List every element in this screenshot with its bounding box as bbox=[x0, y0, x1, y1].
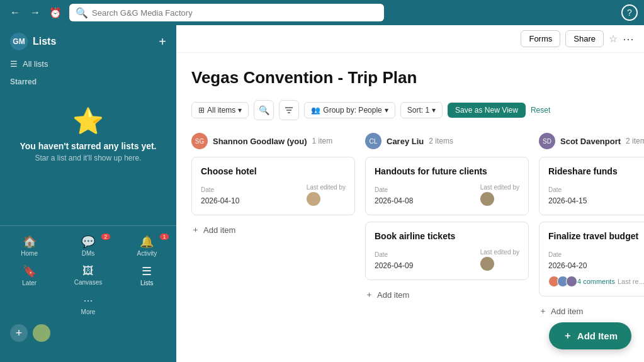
edited-avatar bbox=[480, 257, 494, 271]
sidebar-nav: 🏠 Home 💬 DMs 2 🔔 Activity 1 🔖 Later bbox=[0, 225, 176, 352]
sidebar-item-lists[interactable]: ☰ Lists bbox=[118, 261, 176, 290]
all-items-button[interactable]: ⊞ All items ▾ bbox=[191, 102, 249, 118]
sidebar-item-all-lists[interactable]: ☰ All lists bbox=[0, 55, 176, 72]
favorite-button[interactable]: ☆ bbox=[609, 33, 618, 45]
lists-icon: ☰ bbox=[142, 264, 152, 278]
card-edited-field: Last edited by bbox=[307, 184, 346, 206]
more-options-button[interactable]: ⋯ bbox=[623, 32, 634, 46]
canvases-icon: 🖼 bbox=[82, 264, 94, 278]
card-meta: Date 2026-04-10 Last edited by bbox=[201, 184, 346, 206]
people-group-icon: 👥 bbox=[311, 106, 320, 115]
sidebar-item-canvases[interactable]: 🖼 Canvases bbox=[59, 261, 117, 290]
sort-button[interactable]: Sort: 1 ▾ bbox=[400, 102, 443, 118]
save-view-button[interactable]: Save as New View bbox=[448, 103, 526, 118]
card-edited-field: Last edited by bbox=[480, 184, 519, 206]
column-name-carey: Carey Liu bbox=[387, 137, 424, 146]
add-workspace-button[interactable]: + bbox=[10, 324, 28, 342]
starred-empty-desc: Star a list and it'll show up here. bbox=[35, 154, 141, 162]
card-date-field: Date 2026-04-10 bbox=[201, 186, 239, 206]
column-header-shannon: SG Shannon Goodlaw (you) 1 item bbox=[191, 133, 355, 149]
search-bar[interactable]: 🔍 bbox=[69, 4, 384, 21]
nav-row-3: ··· More bbox=[0, 290, 176, 319]
back-button[interactable]: ← bbox=[6, 4, 24, 21]
comment-avatars bbox=[548, 276, 575, 287]
home-label: Home bbox=[21, 250, 38, 257]
column-count-shannon: 1 item bbox=[312, 137, 333, 145]
bottom-actions: + bbox=[0, 319, 176, 347]
sidebar-add-button[interactable]: + bbox=[159, 35, 166, 49]
sidebar: GM Lists + ☰ All lists Starred ⭐ You hav… bbox=[0, 25, 176, 362]
search-icon: 🔍 bbox=[76, 7, 88, 19]
add-item-shannon[interactable]: ＋ Add item bbox=[191, 222, 355, 238]
card-meta: Date 2026-04-08 Last edited by bbox=[375, 184, 519, 206]
dms-badge: 2 bbox=[101, 234, 110, 240]
activity-icon: 🔔 bbox=[140, 235, 154, 249]
card-date-field: Date 2026-04-15 bbox=[548, 186, 587, 206]
avatar: GM bbox=[10, 33, 28, 50]
toolbar: ⊞ All items ▾ 🔍 👥 Group by: People ▾ bbox=[191, 100, 629, 120]
main-layout: GM Lists + ☰ All lists Starred ⭐ You hav… bbox=[0, 25, 644, 362]
search-items-button[interactable]: 🔍 bbox=[254, 100, 274, 120]
sidebar-item-later[interactable]: 🔖 Later bbox=[0, 261, 59, 290]
more-label: More bbox=[81, 308, 96, 315]
list-view-icon: ⊞ bbox=[198, 106, 205, 115]
page-title: Vegas Convention - Trip Plan bbox=[191, 68, 629, 88]
card-handouts[interactable]: Handouts for future clients Date 2026-04… bbox=[365, 157, 529, 215]
history-button[interactable]: ⏰ bbox=[47, 4, 64, 21]
column-name-scot: Scot Davenport bbox=[560, 137, 621, 146]
filter-button[interactable] bbox=[279, 100, 299, 120]
card-finalize-budget[interactable]: Finalize travel budget Date 2026-04-20 L… bbox=[539, 222, 644, 297]
forward-button[interactable]: → bbox=[26, 4, 44, 21]
card-airline-tickets[interactable]: Book airline tickets Date 2026-04-09 Las… bbox=[365, 222, 529, 280]
edited-avatar bbox=[307, 192, 320, 206]
board-column-carey: CL Carey Liu 2 items Handouts for future… bbox=[365, 133, 529, 303]
activity-badge: 1 bbox=[160, 234, 169, 240]
dms-icon: 💬 bbox=[81, 235, 95, 249]
card-date-field: Date 2026-04-09 bbox=[375, 251, 413, 271]
reset-button[interactable]: Reset bbox=[531, 106, 550, 115]
home-icon: 🏠 bbox=[23, 235, 37, 249]
card-meta: Date 2026-04-15 Last edited by bbox=[548, 184, 644, 206]
card-title: Finalize travel budget bbox=[548, 231, 644, 241]
add-item-fab[interactable]: ＋ Add Item bbox=[549, 322, 631, 349]
column-avatar-shannon: SG bbox=[191, 133, 208, 149]
card-meta: Date 2026-04-09 Last edited by bbox=[375, 249, 519, 271]
comments-row: 4 comments Last re... bbox=[548, 276, 644, 287]
nav-row-1: 🏠 Home 💬 DMs 2 🔔 Activity 1 bbox=[0, 231, 176, 261]
page-content: Vegas Convention - Trip Plan ⊞ All items… bbox=[176, 53, 644, 362]
last-reply-text: Last re... bbox=[618, 278, 644, 285]
forms-button[interactable]: Forms bbox=[521, 30, 560, 47]
plus-icon: ＋ bbox=[539, 305, 547, 317]
comments-link[interactable]: 4 comments bbox=[577, 278, 615, 285]
later-label: Later bbox=[22, 280, 37, 286]
group-by-button[interactable]: 👥 Group by: People ▾ bbox=[304, 102, 395, 118]
column-header-carey: CL Carey Liu 2 items bbox=[365, 133, 529, 149]
card-title: Choose hotel bbox=[201, 166, 346, 176]
add-item-carey[interactable]: ＋ Add item bbox=[365, 286, 529, 303]
plus-icon: ＋ bbox=[365, 289, 373, 300]
sidebar-item-dms[interactable]: 💬 DMs 2 bbox=[59, 231, 117, 261]
content-header: Forms Share ☆ ⋯ bbox=[176, 25, 644, 53]
lists-label: Lists bbox=[140, 280, 154, 286]
star-icon: ⭐ bbox=[72, 106, 104, 136]
board: SG Shannon Goodlaw (you) 1 item Choose h… bbox=[191, 133, 629, 319]
card-choose-hotel[interactable]: Choose hotel Date 2026-04-10 Last edited… bbox=[191, 157, 355, 215]
later-icon: 🔖 bbox=[23, 264, 37, 278]
sidebar-item-more[interactable]: ··· More bbox=[0, 290, 176, 319]
starred-empty-title: You haven't starred any lists yet. bbox=[20, 141, 156, 151]
sidebar-item-activity[interactable]: 🔔 Activity 1 bbox=[118, 231, 176, 261]
share-button[interactable]: Share bbox=[565, 30, 604, 47]
card-edited-field: Last edited by bbox=[480, 249, 519, 271]
help-button[interactable]: ? bbox=[621, 4, 638, 21]
sidebar-item-home[interactable]: 🏠 Home bbox=[0, 231, 59, 261]
search-input[interactable] bbox=[92, 8, 378, 18]
nav-row-2: 🔖 Later 🖼 Canvases ☰ Lists bbox=[0, 261, 176, 290]
edited-avatar bbox=[480, 192, 494, 206]
add-item-scot[interactable]: ＋ Add item bbox=[539, 303, 644, 319]
column-count-scot: 2 items bbox=[626, 137, 644, 145]
fab-plus-icon: ＋ bbox=[563, 330, 572, 342]
user-avatar[interactable] bbox=[33, 324, 50, 342]
card-rideshare-funds[interactable]: Rideshare funds Date 2026-04-15 Last edi… bbox=[539, 157, 644, 215]
column-avatar-scot: SD bbox=[539, 133, 555, 149]
board-column-shannon: SG Shannon Goodlaw (you) 1 item Choose h… bbox=[191, 133, 355, 238]
